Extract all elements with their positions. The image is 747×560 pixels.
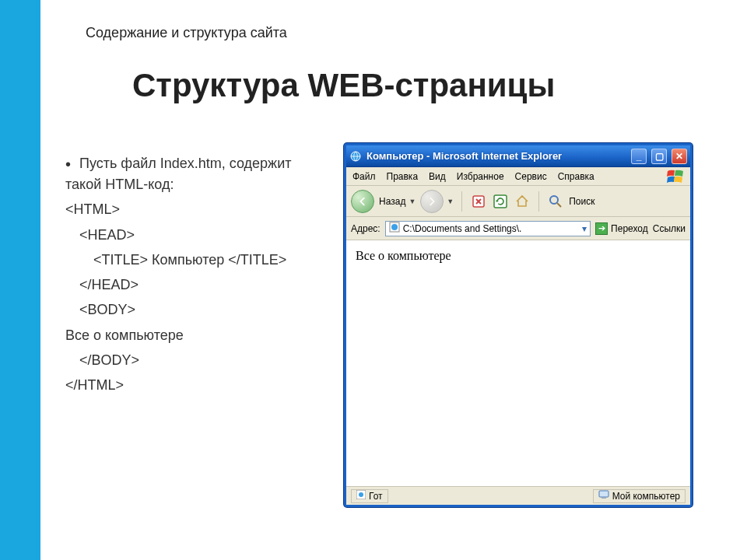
code-line: <TITLE> Компьютер </TITLE> [65,250,314,269]
svg-rect-8 [599,491,608,497]
code-line: </HTML> [65,376,314,394]
address-label: Адрес: [351,223,381,234]
back-button[interactable] [351,190,374,213]
code-line: Все о компьютере [65,326,314,345]
page-icon [356,490,366,502]
back-label[interactable]: Назад [379,196,405,207]
code-line: <HEAD> [65,226,314,244]
refresh-button[interactable] [492,193,509,210]
maximize-button[interactable]: ▢ [651,149,667,164]
address-value: C:\Documents and Settings\. [403,223,579,234]
links-label[interactable]: Ссылки [653,223,686,234]
menu-bar: Файл Правка Вид Избранное Сервис Справка [346,167,690,186]
stop-button[interactable] [470,193,487,210]
search-icon[interactable] [547,193,564,210]
bullet-intro: Пусть файл Index.htm, содержит такой HTM… [65,154,314,194]
close-button[interactable]: ✕ [672,149,687,164]
search-label[interactable]: Поиск [569,196,594,207]
address-input[interactable]: C:\Documents and Settings\. ▾ [385,221,591,236]
status-zone: Мой компьютер [593,489,686,503]
go-label: Переход [611,223,648,234]
menu-file[interactable]: Файл [352,171,376,182]
menu-tools[interactable]: Сервис [515,171,547,182]
window-title: Компьютер - Microsoft Internet Explorer [366,150,626,162]
home-button[interactable] [514,193,531,210]
page-body-text: Все о компьютере [356,249,451,262]
toolbar: Назад ▼ ▼ Поиск [346,186,690,217]
forward-dropdown-icon[interactable]: ▼ [447,198,454,205]
accent-sidebar [0,0,40,560]
breadcrumb: Содержание и структура сайта [86,25,287,41]
status-left: Гот [351,489,388,503]
minimize-button[interactable]: _ [631,149,647,164]
toolbar-separator [461,191,462,212]
go-button[interactable]: ➔ Переход [595,221,648,236]
address-dropdown-icon[interactable]: ▾ [582,223,587,234]
address-bar: Адрес: C:\Documents and Settings\. ▾ ➔ П… [346,217,690,240]
code-listing: Пусть файл Index.htm, содержит такой HTM… [65,148,314,401]
computer-icon [598,490,609,502]
status-spacer [395,489,587,503]
code-line: </HEAD> [65,275,314,294]
browser-window: Компьютер - Microsoft Internet Explorer … [344,143,693,507]
menu-view[interactable]: Вид [429,171,446,182]
menu-edit[interactable]: Правка [387,171,419,182]
toolbar-separator [538,191,539,212]
ie-icon [349,150,362,163]
back-dropdown-icon[interactable]: ▼ [409,198,416,205]
svg-point-3 [550,196,558,204]
forward-button[interactable] [420,190,444,213]
page-title: Структура WEB-страницы [132,67,555,104]
go-arrow-icon: ➔ [595,222,608,235]
window-titlebar[interactable]: Компьютер - Microsoft Internet Explorer … [346,145,690,167]
page-icon [389,222,400,235]
windows-flag-icon [667,170,684,184]
page-content: Все о компьютере [346,240,690,486]
menu-favorites[interactable]: Избранное [457,171,504,182]
code-line: <BODY> [65,300,314,319]
code-line: <HTML> [65,200,314,219]
code-line: </BODY> [65,351,314,369]
svg-point-7 [359,492,363,497]
status-bar: Гот Мой компьютер [346,486,690,505]
svg-rect-2 [494,195,507,208]
svg-rect-9 [601,497,606,499]
menu-help[interactable]: Справка [558,171,594,182]
svg-point-5 [391,224,398,230]
